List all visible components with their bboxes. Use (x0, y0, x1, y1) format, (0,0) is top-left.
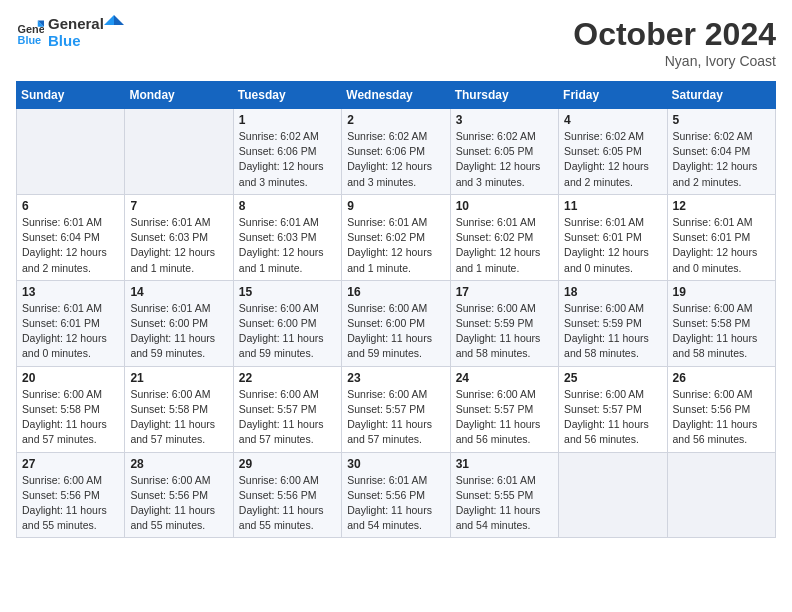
day-info: Sunrise: 6:00 AM Sunset: 5:58 PM Dayligh… (22, 387, 119, 448)
calendar-week-row: 6Sunrise: 6:01 AM Sunset: 6:04 PM Daylig… (17, 194, 776, 280)
calendar-cell: 15Sunrise: 6:00 AM Sunset: 6:00 PM Dayli… (233, 280, 341, 366)
calendar-cell (667, 452, 775, 538)
calendar-week-row: 1Sunrise: 6:02 AM Sunset: 6:06 PM Daylig… (17, 109, 776, 195)
day-number: 14 (130, 285, 227, 299)
calendar-cell: 16Sunrise: 6:00 AM Sunset: 6:00 PM Dayli… (342, 280, 450, 366)
calendar-week-row: 27Sunrise: 6:00 AM Sunset: 5:56 PM Dayli… (17, 452, 776, 538)
calendar-title: October 2024 (573, 16, 776, 53)
calendar-cell: 26Sunrise: 6:00 AM Sunset: 5:56 PM Dayli… (667, 366, 775, 452)
calendar-cell (17, 109, 125, 195)
calendar-cell: 18Sunrise: 6:00 AM Sunset: 5:59 PM Dayli… (559, 280, 667, 366)
day-number: 9 (347, 199, 444, 213)
weekday-header-row: SundayMondayTuesdayWednesdayThursdayFrid… (17, 82, 776, 109)
day-info: Sunrise: 6:02 AM Sunset: 6:06 PM Dayligh… (239, 129, 336, 190)
calendar-cell: 21Sunrise: 6:00 AM Sunset: 5:58 PM Dayli… (125, 366, 233, 452)
day-info: Sunrise: 6:00 AM Sunset: 5:57 PM Dayligh… (239, 387, 336, 448)
svg-text:Blue: Blue (18, 33, 42, 45)
title-block: October 2024 Nyan, Ivory Coast (573, 16, 776, 69)
location-subtitle: Nyan, Ivory Coast (573, 53, 776, 69)
calendar-body: 1Sunrise: 6:02 AM Sunset: 6:06 PM Daylig… (17, 109, 776, 538)
calendar-cell: 13Sunrise: 6:01 AM Sunset: 6:01 PM Dayli… (17, 280, 125, 366)
day-number: 30 (347, 457, 444, 471)
weekday-header-saturday: Saturday (667, 82, 775, 109)
day-info: Sunrise: 6:00 AM Sunset: 5:56 PM Dayligh… (239, 473, 336, 534)
day-number: 25 (564, 371, 661, 385)
day-number: 24 (456, 371, 553, 385)
day-number: 8 (239, 199, 336, 213)
day-number: 7 (130, 199, 227, 213)
calendar-header: SundayMondayTuesdayWednesdayThursdayFrid… (17, 82, 776, 109)
calendar-week-row: 13Sunrise: 6:01 AM Sunset: 6:01 PM Dayli… (17, 280, 776, 366)
logo: General Blue General Blue (16, 16, 124, 49)
calendar-week-row: 20Sunrise: 6:00 AM Sunset: 5:58 PM Dayli… (17, 366, 776, 452)
calendar-cell: 17Sunrise: 6:00 AM Sunset: 5:59 PM Dayli… (450, 280, 558, 366)
calendar-cell: 27Sunrise: 6:00 AM Sunset: 5:56 PM Dayli… (17, 452, 125, 538)
day-number: 21 (130, 371, 227, 385)
calendar-cell: 22Sunrise: 6:00 AM Sunset: 5:57 PM Dayli… (233, 366, 341, 452)
calendar-cell: 10Sunrise: 6:01 AM Sunset: 6:02 PM Dayli… (450, 194, 558, 280)
day-info: Sunrise: 6:01 AM Sunset: 6:01 PM Dayligh… (564, 215, 661, 276)
calendar-cell: 12Sunrise: 6:01 AM Sunset: 6:01 PM Dayli… (667, 194, 775, 280)
calendar-cell: 25Sunrise: 6:00 AM Sunset: 5:57 PM Dayli… (559, 366, 667, 452)
weekday-header-friday: Friday (559, 82, 667, 109)
day-info: Sunrise: 6:00 AM Sunset: 6:00 PM Dayligh… (239, 301, 336, 362)
day-info: Sunrise: 6:02 AM Sunset: 6:04 PM Dayligh… (673, 129, 770, 190)
calendar-cell: 8Sunrise: 6:01 AM Sunset: 6:03 PM Daylig… (233, 194, 341, 280)
day-number: 13 (22, 285, 119, 299)
weekday-header-monday: Monday (125, 82, 233, 109)
day-number: 16 (347, 285, 444, 299)
calendar-cell: 29Sunrise: 6:00 AM Sunset: 5:56 PM Dayli… (233, 452, 341, 538)
day-number: 11 (564, 199, 661, 213)
day-info: Sunrise: 6:01 AM Sunset: 6:03 PM Dayligh… (130, 215, 227, 276)
page-header: General Blue General Blue October 2024 N… (16, 16, 776, 69)
day-number: 23 (347, 371, 444, 385)
day-info: Sunrise: 6:00 AM Sunset: 5:58 PM Dayligh… (130, 387, 227, 448)
logo-text-general: General (48, 16, 104, 33)
calendar-cell: 30Sunrise: 6:01 AM Sunset: 5:56 PM Dayli… (342, 452, 450, 538)
logo-arrow-icon (104, 15, 124, 35)
weekday-header-tuesday: Tuesday (233, 82, 341, 109)
day-info: Sunrise: 6:01 AM Sunset: 6:02 PM Dayligh… (456, 215, 553, 276)
day-number: 26 (673, 371, 770, 385)
day-number: 27 (22, 457, 119, 471)
day-info: Sunrise: 6:00 AM Sunset: 5:59 PM Dayligh… (456, 301, 553, 362)
logo-text-blue: Blue (48, 33, 104, 50)
day-info: Sunrise: 6:01 AM Sunset: 6:01 PM Dayligh… (673, 215, 770, 276)
day-number: 5 (673, 113, 770, 127)
calendar-cell: 28Sunrise: 6:00 AM Sunset: 5:56 PM Dayli… (125, 452, 233, 538)
day-number: 17 (456, 285, 553, 299)
calendar-cell (559, 452, 667, 538)
day-info: Sunrise: 6:01 AM Sunset: 6:01 PM Dayligh… (22, 301, 119, 362)
day-info: Sunrise: 6:01 AM Sunset: 6:02 PM Dayligh… (347, 215, 444, 276)
calendar-cell: 5Sunrise: 6:02 AM Sunset: 6:04 PM Daylig… (667, 109, 775, 195)
day-number: 19 (673, 285, 770, 299)
day-number: 15 (239, 285, 336, 299)
weekday-header-sunday: Sunday (17, 82, 125, 109)
day-number: 22 (239, 371, 336, 385)
day-number: 10 (456, 199, 553, 213)
day-number: 28 (130, 457, 227, 471)
calendar-cell: 6Sunrise: 6:01 AM Sunset: 6:04 PM Daylig… (17, 194, 125, 280)
day-info: Sunrise: 6:02 AM Sunset: 6:05 PM Dayligh… (456, 129, 553, 190)
svg-marker-5 (114, 15, 124, 25)
calendar-cell: 20Sunrise: 6:00 AM Sunset: 5:58 PM Dayli… (17, 366, 125, 452)
calendar-cell: 31Sunrise: 6:01 AM Sunset: 5:55 PM Dayli… (450, 452, 558, 538)
calendar-cell: 1Sunrise: 6:02 AM Sunset: 6:06 PM Daylig… (233, 109, 341, 195)
calendar-cell: 23Sunrise: 6:00 AM Sunset: 5:57 PM Dayli… (342, 366, 450, 452)
day-info: Sunrise: 6:00 AM Sunset: 5:57 PM Dayligh… (564, 387, 661, 448)
day-info: Sunrise: 6:02 AM Sunset: 6:06 PM Dayligh… (347, 129, 444, 190)
day-number: 18 (564, 285, 661, 299)
day-info: Sunrise: 6:00 AM Sunset: 5:57 PM Dayligh… (456, 387, 553, 448)
calendar-table: SundayMondayTuesdayWednesdayThursdayFrid… (16, 81, 776, 538)
day-number: 2 (347, 113, 444, 127)
calendar-cell: 2Sunrise: 6:02 AM Sunset: 6:06 PM Daylig… (342, 109, 450, 195)
day-number: 20 (22, 371, 119, 385)
day-info: Sunrise: 6:00 AM Sunset: 5:56 PM Dayligh… (22, 473, 119, 534)
day-info: Sunrise: 6:01 AM Sunset: 6:00 PM Dayligh… (130, 301, 227, 362)
day-number: 3 (456, 113, 553, 127)
day-info: Sunrise: 6:00 AM Sunset: 5:57 PM Dayligh… (347, 387, 444, 448)
calendar-cell: 9Sunrise: 6:01 AM Sunset: 6:02 PM Daylig… (342, 194, 450, 280)
calendar-cell: 7Sunrise: 6:01 AM Sunset: 6:03 PM Daylig… (125, 194, 233, 280)
calendar-cell: 4Sunrise: 6:02 AM Sunset: 6:05 PM Daylig… (559, 109, 667, 195)
day-number: 31 (456, 457, 553, 471)
